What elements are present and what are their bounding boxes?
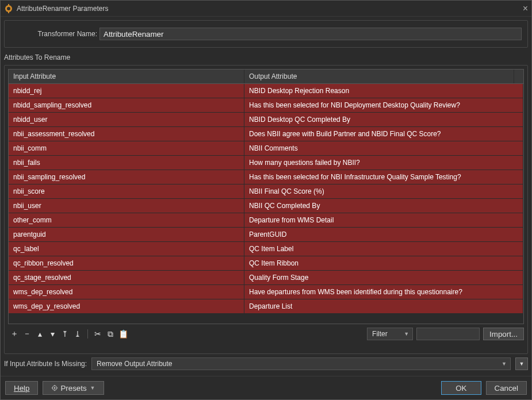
cell-output-attribute[interactable]: NBII Final QC Score (%) xyxy=(244,184,523,198)
table-row[interactable]: nbidd_sampling_resolvedHas this been sel… xyxy=(9,98,523,113)
cell-input-attribute[interactable]: nbii_comm xyxy=(9,141,244,155)
cancel-button[interactable]: Cancel xyxy=(486,381,527,395)
scroll-corner xyxy=(514,70,523,83)
move-bottom-button[interactable]: ⤓ xyxy=(71,328,84,340)
titlebar: AttributeRenamer Parameters × xyxy=(1,1,531,17)
cell-input-attribute[interactable]: qc_label xyxy=(9,242,244,256)
filter-label: Filter xyxy=(372,330,388,338)
cell-output-attribute[interactable]: How many questions failed by NBII? xyxy=(244,156,523,170)
cell-output-attribute[interactable]: NBII Comments xyxy=(244,141,523,155)
cell-input-attribute[interactable]: qc_ribbon_resolved xyxy=(9,256,244,270)
move-up-button[interactable]: ▴ xyxy=(33,328,46,340)
cell-output-attribute[interactable]: Does NBII agree with Build Partner and N… xyxy=(244,127,523,141)
table-body[interactable]: nbidd_rejNBID Desktop Rejection Reasonnb… xyxy=(8,83,524,324)
cell-input-attribute[interactable]: nbidd_sampling_resolved xyxy=(9,98,244,112)
move-top-button[interactable]: ⤒ xyxy=(59,328,71,340)
cell-output-attribute[interactable]: Has this been selected for NBI Deploymen… xyxy=(244,98,523,112)
table-row[interactable]: nbidd_userNBID Desktop QC Completed By xyxy=(9,113,523,127)
table-row-empty[interactable] xyxy=(9,314,523,320)
cut-button[interactable]: ✂ xyxy=(91,328,104,340)
table-row[interactable]: wms_dep_y_resolvedDeparture List xyxy=(9,299,523,314)
table-row[interactable]: other_commDeparture from WMS Detail xyxy=(9,213,523,228)
cell-input-attribute[interactable]: nbii_assessment_resolved xyxy=(9,127,244,141)
table-row[interactable]: nbidd_rejNBID Desktop Rejection Reason xyxy=(9,84,523,98)
cell-input-attribute[interactable]: nbii_score xyxy=(9,184,244,198)
cell-output-attribute[interactable]: NBII QC Completed By xyxy=(244,199,523,213)
remove-row-button[interactable]: － xyxy=(21,328,33,340)
close-icon[interactable]: × xyxy=(514,4,528,13)
app-icon xyxy=(4,4,13,13)
table-toolbar: ＋ － ▴ ▾ ⤒ ⤓ ✂ ⧉ 📋 Filter ▼ Import... xyxy=(8,324,524,344)
missing-attribute-row: If Input Attribute Is Missing: Remove Ou… xyxy=(4,354,528,376)
copy-button[interactable]: ⧉ xyxy=(104,328,117,340)
cell-output-attribute[interactable]: QC Item Ribbon xyxy=(244,256,523,270)
cell-output-attribute[interactable]: NBID Desktop QC Completed By xyxy=(244,113,523,126)
cell-output-attribute[interactable]: Departure List xyxy=(244,299,523,313)
gear-icon xyxy=(51,384,58,391)
presets-button[interactable]: Presets ▼ xyxy=(43,381,104,395)
content-area: Transformer Name: Attributes To Rename I… xyxy=(1,17,531,376)
cell-output-attribute[interactable] xyxy=(244,314,523,320)
transformer-name-label: Transformer Name: xyxy=(10,30,99,38)
table-row[interactable]: nbii_commNBII Comments xyxy=(9,141,523,156)
cell-input-attribute[interactable]: nbidd_user xyxy=(9,113,244,126)
missing-label: If Input Attribute Is Missing: xyxy=(4,360,87,368)
header-input-attribute[interactable]: Input Attribute xyxy=(9,70,244,83)
transformer-name-input[interactable] xyxy=(99,28,522,40)
cell-input-attribute[interactable]: other_comm xyxy=(9,213,244,227)
table-row[interactable]: qc_ribbon_resolvedQC Item Ribbon xyxy=(9,256,523,271)
move-down-button[interactable]: ▾ xyxy=(46,328,59,340)
cell-output-attribute[interactable]: ParentGUID xyxy=(244,228,523,241)
window-title: AttributeRenamer Parameters xyxy=(17,5,514,13)
transformer-name-row: Transformer Name: xyxy=(4,20,528,48)
svg-point-5 xyxy=(54,387,56,389)
help-button[interactable]: Help xyxy=(5,381,38,395)
table-row[interactable]: qc_labelQC Item Label xyxy=(9,242,523,256)
table-header: Input Attribute Output Attribute xyxy=(8,69,524,83)
missing-dropdown[interactable]: Remove Output Attribute ▼ xyxy=(91,357,511,370)
import-button[interactable]: Import... xyxy=(483,328,524,340)
table-row[interactable]: nbii_scoreNBII Final QC Score (%) xyxy=(9,184,523,199)
cell-input-attribute[interactable]: wms_dep_y_resolved xyxy=(9,299,244,313)
table-row[interactable]: nbii_assessment_resolvedDoes NBII agree … xyxy=(9,127,523,141)
attributes-table-wrap: Input Attribute Output Attribute nbidd_r… xyxy=(4,65,528,354)
cell-input-attribute[interactable] xyxy=(9,314,244,320)
cell-input-attribute[interactable]: nbii_sampling_resolved xyxy=(9,170,244,184)
filter-input[interactable] xyxy=(416,328,480,340)
chevron-down-icon: ▼ xyxy=(404,331,409,337)
cell-output-attribute[interactable]: Has this been selected for NBI Infrastru… xyxy=(244,170,523,184)
cell-input-attribute[interactable]: parentguid xyxy=(9,228,244,241)
cell-output-attribute[interactable]: NBID Desktop Rejection Reason xyxy=(244,84,523,98)
cell-input-attribute[interactable]: nbidd_rej xyxy=(9,84,244,98)
chevron-down-icon: ▼ xyxy=(90,385,95,391)
cell-output-attribute[interactable]: QC Item Label xyxy=(244,242,523,256)
dialog-window: AttributeRenamer Parameters × Transforme… xyxy=(0,0,532,400)
filter-dropdown[interactable]: Filter ▼ xyxy=(367,328,413,340)
table-row[interactable]: parentguidParentGUID xyxy=(9,228,523,242)
chevron-down-icon: ▼ xyxy=(502,361,507,367)
cell-output-attribute[interactable]: Quality Form Stage xyxy=(244,271,523,284)
ok-button[interactable]: OK xyxy=(441,381,481,395)
cell-input-attribute[interactable]: nbii_fails xyxy=(9,156,244,170)
table-row[interactable]: qc_stage_resolvedQuality Form Stage xyxy=(9,271,523,285)
cell-input-attribute[interactable]: wms_dep_resolved xyxy=(9,285,244,299)
cell-input-attribute[interactable]: nbii_user xyxy=(9,199,244,213)
cell-output-attribute[interactable]: Departure from WMS Detail xyxy=(244,213,523,227)
header-output-attribute[interactable]: Output Attribute xyxy=(244,70,514,83)
missing-value: Remove Output Attribute xyxy=(97,360,172,368)
table-row[interactable]: nbii_failsHow many questions failed by N… xyxy=(9,156,523,170)
cell-input-attribute[interactable]: qc_stage_resolved xyxy=(9,271,244,284)
table-row[interactable]: wms_dep_resolvedHave departures from WMS… xyxy=(9,285,523,299)
svg-rect-2 xyxy=(8,4,9,6)
table-row[interactable]: nbii_sampling_resolvedHas this been sele… xyxy=(9,170,523,184)
add-row-button[interactable]: ＋ xyxy=(8,328,21,340)
svg-rect-3 xyxy=(8,11,9,13)
cell-output-attribute[interactable]: Have departures from WMS been identified… xyxy=(244,285,523,299)
paste-button[interactable]: 📋 xyxy=(117,328,129,340)
table-row[interactable]: nbii_userNBII QC Completed By xyxy=(9,199,523,213)
attributes-section-label: Attributes To Rename xyxy=(4,53,528,61)
toolbar-separator xyxy=(87,329,88,339)
missing-options-button[interactable]: ▼ xyxy=(515,357,528,370)
svg-point-1 xyxy=(7,7,10,10)
dialog-footer: Help Presets ▼ OK Cancel xyxy=(1,376,531,399)
